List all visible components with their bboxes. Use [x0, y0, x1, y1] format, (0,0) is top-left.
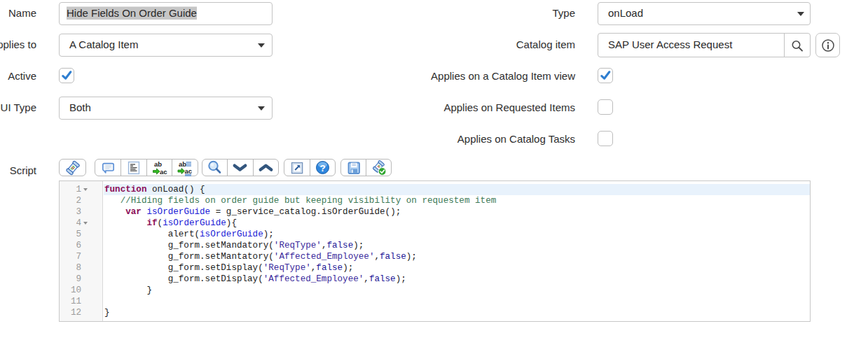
svg-text:?: ? [319, 163, 325, 174]
svg-text:ac: ac [185, 167, 193, 175]
svg-text:ac: ac [160, 167, 167, 175]
svg-text:ab: ab [154, 160, 162, 167]
svg-text:ab: ab [179, 160, 186, 167]
